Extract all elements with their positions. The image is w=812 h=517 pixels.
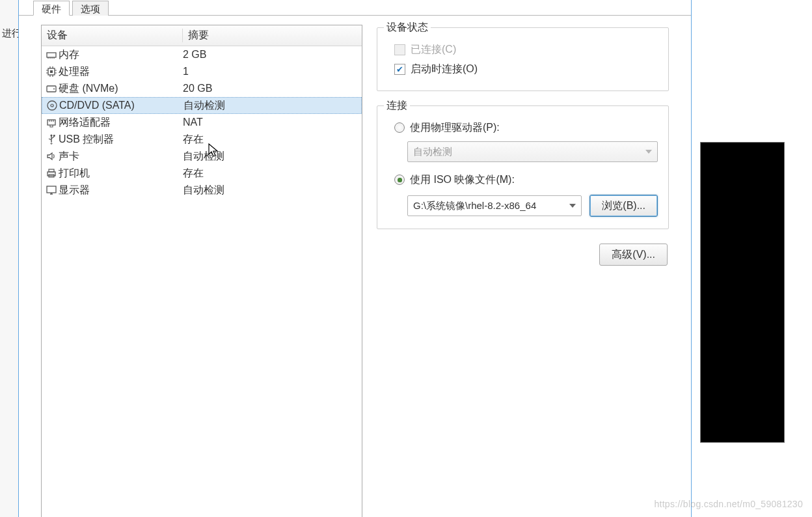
- printer-icon: [44, 167, 59, 180]
- device-name: 内存: [59, 48, 183, 62]
- device-row[interactable]: 打印机存在: [42, 165, 362, 182]
- watermark-text: https://blog.csdn.net/m0_59081230: [654, 499, 803, 509]
- group-device-status: 设备状态 已连接(C) ✔ 启动时连接(O): [377, 27, 669, 91]
- combo-physical-value: 自动检测: [413, 146, 452, 158]
- label-use-physical: 使用物理驱动器(P):: [410, 121, 500, 135]
- disc-icon: [45, 99, 59, 112]
- group-title-status: 设备状态: [384, 21, 431, 35]
- device-name: 显示器: [59, 184, 183, 197]
- background-dark-window: [700, 142, 785, 443]
- tab-options[interactable]: 选项: [72, 1, 109, 16]
- display-icon: [44, 184, 59, 197]
- device-name: 声卡: [59, 150, 183, 163]
- header-summary[interactable]: 摘要: [183, 29, 362, 42]
- disk-icon: [44, 82, 59, 95]
- label-use-iso: 使用 ISO 映像文件(M):: [410, 173, 515, 187]
- device-name: 硬盘 (NVMe): [59, 82, 183, 96]
- device-summary: 1: [183, 66, 362, 77]
- radio-use-physical[interactable]: [394, 122, 405, 133]
- chevron-down-icon: [645, 150, 652, 154]
- device-name: CD/DVD (SATA): [59, 100, 183, 111]
- device-row[interactable]: 硬盘 (NVMe)20 GB: [42, 80, 362, 97]
- device-name: 网络适配器: [59, 116, 183, 130]
- device-row[interactable]: 内存2 GB: [42, 46, 362, 63]
- group-connection: 连接 使用物理驱动器(P): 自动检测 使用 ISO 映像文件(M):: [377, 105, 669, 229]
- combo-iso-value: G:\系统镜像\rhel-8.2-x86_64: [413, 200, 536, 212]
- combo-physical-drive: 自动检测: [407, 141, 658, 162]
- device-name: 处理器: [59, 65, 183, 79]
- device-summary: 存在: [183, 133, 362, 147]
- chevron-down-icon[interactable]: [569, 204, 576, 208]
- cpu-icon: [44, 65, 59, 78]
- label-connect-on-power: 启动时连接(O): [411, 63, 478, 76]
- label-connected: 已连接(C): [411, 43, 456, 57]
- sound-icon: [44, 150, 59, 163]
- device-summary: 20 GB: [183, 83, 362, 94]
- vm-settings-dialog: 硬件 选项 设备 摘要 内存2 GB处理器1硬盘 (NVMe)20 GBCD/D…: [18, 0, 692, 517]
- header-device[interactable]: 设备: [42, 29, 183, 42]
- device-panel: 设备 摘要 内存2 GB处理器1硬盘 (NVMe)20 GBCD/DVD (SA…: [41, 25, 362, 517]
- group-title-connection: 连接: [384, 99, 410, 113]
- device-row[interactable]: USB 控制器存在: [42, 131, 362, 148]
- checkbox-connected: [394, 44, 405, 55]
- net-icon: [44, 116, 59, 129]
- device-row[interactable]: 处理器1: [42, 63, 362, 80]
- browse-button[interactable]: 浏览(B)...: [589, 195, 658, 217]
- checkbox-connect-on-power[interactable]: ✔: [394, 64, 405, 75]
- device-name: 打印机: [59, 167, 183, 180]
- device-summary: 存在: [183, 167, 362, 180]
- device-summary: 自动检测: [183, 184, 362, 197]
- device-detail-panel: 设备状态 已连接(C) ✔ 启动时连接(O) 连接 使用物理驱动器(P):: [377, 25, 669, 517]
- device-summary: NAT: [183, 117, 362, 128]
- device-row[interactable]: 显示器自动检测: [42, 182, 362, 199]
- memory-icon: [44, 48, 59, 61]
- radio-use-iso[interactable]: [394, 175, 405, 185]
- device-row[interactable]: CD/DVD (SATA)自动检测: [42, 97, 362, 114]
- device-row[interactable]: 声卡自动检测: [42, 148, 362, 165]
- advanced-button[interactable]: 高级(V)...: [599, 244, 668, 266]
- device-row[interactable]: 网络适配器NAT: [42, 114, 362, 131]
- device-summary: 自动检测: [183, 150, 362, 163]
- device-name: USB 控制器: [59, 133, 183, 147]
- usb-icon: [44, 133, 59, 146]
- tab-strip: 硬件 选项: [19, 0, 691, 16]
- device-list-header: 设备 摘要: [42, 25, 362, 46]
- tab-hardware[interactable]: 硬件: [33, 1, 70, 16]
- combo-iso-path[interactable]: G:\系统镜像\rhel-8.2-x86_64: [407, 195, 582, 216]
- device-summary: 自动检测: [183, 99, 361, 113]
- device-list: 内存2 GB处理器1硬盘 (NVMe)20 GBCD/DVD (SATA)自动检…: [42, 46, 362, 517]
- device-summary: 2 GB: [183, 49, 362, 61]
